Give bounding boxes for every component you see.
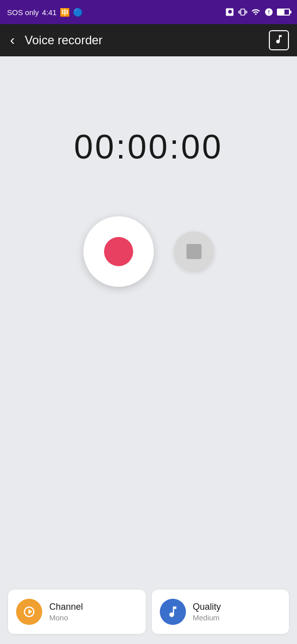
record-dot-icon (104, 237, 133, 266)
channel-text-block: Channel Mono (49, 602, 83, 622)
app-bar: ‹ Voice recorder (0, 24, 297, 56)
quality-text-block: Quality Medium (193, 602, 221, 622)
status-left: SOS only 4:41 🈸 🔵 (7, 8, 83, 17)
carrier-text: SOS only (7, 8, 39, 17)
back-button[interactable]: ‹ (8, 31, 17, 49)
quality-label: Quality (193, 602, 221, 612)
emoji2-icon: 🔵 (73, 8, 83, 17)
quality-icon-circle (160, 599, 186, 625)
alert-icon (264, 7, 274, 17)
time-text: 4:41 (42, 8, 56, 17)
vibrate-icon (238, 7, 248, 17)
channel-sublabel: Mono (49, 613, 83, 622)
emoji1-icon: 🈸 (60, 8, 70, 17)
channel-card[interactable]: Channel Mono (8, 590, 146, 634)
controls-row (83, 216, 214, 287)
nfc-icon (225, 7, 235, 17)
quality-card[interactable]: Quality Medium (152, 590, 289, 634)
status-right (225, 7, 290, 17)
wifi-icon (251, 7, 261, 17)
channel-label: Channel (49, 602, 83, 612)
battery-icon (277, 9, 290, 16)
music-note-icon (273, 34, 284, 47)
record-button[interactable] (83, 216, 154, 287)
stop-square-icon (186, 244, 202, 259)
bottom-cards: Channel Mono Quality Medium (0, 582, 297, 644)
timer-display: 00:00:00 (74, 127, 223, 166)
main-content: 00:00:00 (0, 56, 297, 644)
music-library-button[interactable] (269, 30, 289, 50)
app-title: Voice recorder (25, 33, 261, 47)
channel-icon-circle (16, 599, 42, 625)
status-bar: SOS only 4:41 🈸 🔵 (0, 0, 297, 24)
stop-button[interactable] (174, 231, 214, 272)
quality-sublabel: Medium (193, 613, 221, 622)
